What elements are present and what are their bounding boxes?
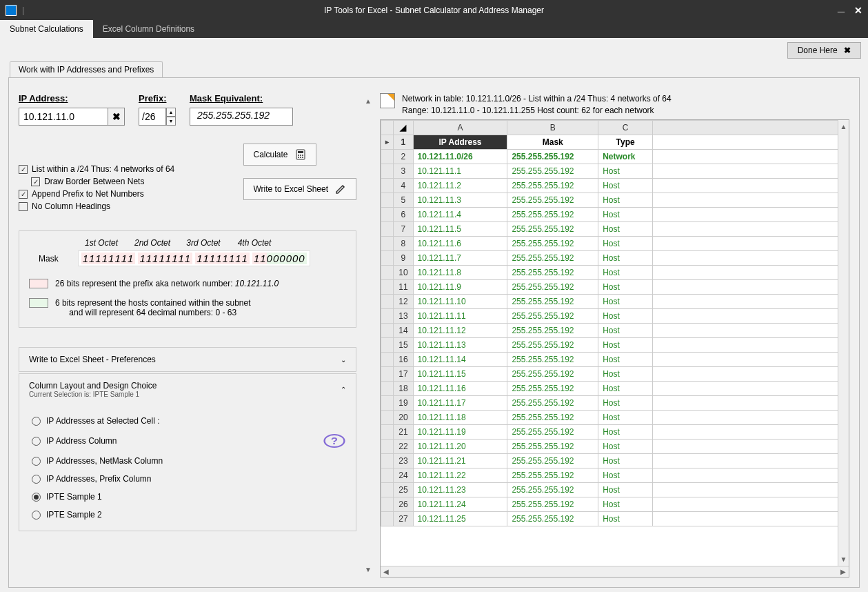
table-row[interactable]: 2410.121.11.22255.255.255.192Host (381, 468, 849, 482)
table-row[interactable]: 2010.121.11.18255.255.255.192Host (381, 410, 849, 424)
grid-cell-mask[interactable]: 255.255.255.192 (507, 453, 598, 468)
grid-cell-ip[interactable]: 10.121.11.21 (413, 453, 507, 468)
grid-row-number[interactable]: 13 (394, 308, 413, 323)
grid-row-selector[interactable] (381, 323, 394, 337)
grid-cell-type[interactable]: Host (598, 424, 653, 439)
grid-cell-type[interactable]: Host (598, 236, 653, 250)
grid-row-number[interactable]: 10 (394, 265, 413, 279)
grid-row-selector[interactable] (381, 308, 394, 323)
grid-cell-ip[interactable]: 10.121.11.10 (413, 294, 507, 308)
grid-scroll-down-icon[interactable]: ▼ (840, 555, 847, 563)
prefix-input[interactable] (139, 108, 166, 126)
minimize-icon[interactable]: _ (838, 0, 845, 14)
grid-cell-empty[interactable] (653, 424, 849, 439)
grid-cell-ip[interactable]: 10.121.11.13 (413, 337, 507, 352)
grid-cell-empty[interactable] (653, 381, 849, 395)
grid-select-all-corner[interactable] (381, 120, 394, 135)
grid-cell-mask[interactable]: 255.255.255.192 (507, 294, 598, 308)
grid-cell-type[interactable]: Host (598, 221, 653, 236)
grid-row-number[interactable]: 16 (394, 352, 413, 366)
grid-row-number[interactable]: 5 (394, 193, 413, 207)
grid-cell-mask[interactable]: 255.255.255.192 (507, 381, 598, 395)
grid-cell-mask[interactable]: 255.255.255.192 (507, 323, 598, 337)
grid-cell-mask[interactable]: 255.255.255.192 (507, 511, 598, 526)
grid-cell-mask[interactable]: 255.255.255.192 (507, 149, 598, 164)
grid-cell-empty[interactable] (653, 323, 849, 337)
grid-cell-ip[interactable]: 10.121.11.25 (413, 511, 507, 526)
radio-layout-option-4[interactable]: IPTE Sample 1 (32, 488, 343, 506)
grid-cell-type[interactable]: Host (598, 337, 653, 352)
grid-cell-mask[interactable]: 255.255.255.192 (507, 193, 598, 207)
grid-cell-ip[interactable]: 10.121.11.22 (413, 468, 507, 482)
grid-cell-empty[interactable] (653, 178, 849, 193)
radio-layout-option-0[interactable]: IP Addresses at Selected Cell : (32, 412, 343, 430)
grid-row-selector[interactable] (381, 366, 394, 381)
grid-row-selector[interactable] (381, 439, 394, 453)
tab-subnet-calculations[interactable]: Subnet Calculations (0, 20, 93, 38)
grid-cell-type[interactable]: Host (598, 164, 653, 178)
grid-cell-type[interactable]: Host (598, 395, 653, 410)
grid-cell-empty[interactable] (653, 250, 849, 265)
panel-vscroll[interactable]: ▲ ▼ (362, 93, 374, 578)
table-row[interactable]: 1610.121.11.14255.255.255.192Host (381, 352, 849, 366)
grid-row-selector[interactable] (381, 149, 394, 164)
grid-row-number[interactable]: 7 (394, 221, 413, 236)
grid-row-number[interactable]: 25 (394, 482, 413, 497)
grid-row-selector[interactable] (381, 250, 394, 265)
grid-cell-empty[interactable] (653, 279, 849, 294)
grid-cell-mask[interactable]: 255.255.255.192 (507, 207, 598, 221)
grid-cell-empty[interactable] (653, 337, 849, 352)
grid-row-number[interactable]: 26 (394, 497, 413, 511)
grid-row-number[interactable]: 18 (394, 381, 413, 395)
grid-cell-ip[interactable]: 10.121.11.15 (413, 366, 507, 381)
grid-row-selector[interactable] (381, 178, 394, 193)
grid-row-selector[interactable] (381, 164, 394, 178)
grid-row-1-num[interactable]: 1 (394, 135, 413, 149)
checkbox-list-within-24[interactable]: ✓ (19, 165, 28, 174)
grid-cell-mask[interactable]: 255.255.255.192 (507, 366, 598, 381)
panel-scroll-down-icon[interactable]: ▼ (365, 566, 372, 573)
grid-cell-mask[interactable]: 255.255.255.192 (507, 308, 598, 323)
prefix-up-button[interactable]: ▲ (166, 108, 176, 117)
grid-cell-type[interactable]: Network (598, 149, 653, 164)
grid-cell-mask[interactable]: 255.255.255.192 (507, 236, 598, 250)
grid-scroll-left-icon[interactable]: ◀ (383, 568, 389, 575)
grid-row-number[interactable]: 23 (394, 453, 413, 468)
grid-row-number[interactable]: 27 (394, 511, 413, 526)
grid-row-selector[interactable] (381, 381, 394, 395)
grid-row-number[interactable]: 8 (394, 236, 413, 250)
table-row[interactable]: 410.121.11.2255.255.255.192Host (381, 178, 849, 193)
grid-cell-empty[interactable] (653, 395, 849, 410)
grid-cell-type[interactable]: Host (598, 497, 653, 511)
grid-cell-ip[interactable]: 10.121.11.11 (413, 308, 507, 323)
table-row[interactable]: 2510.121.11.23255.255.255.192Host (381, 482, 849, 497)
grid-cell-type[interactable]: Host (598, 323, 653, 337)
done-here-button[interactable]: Done Here ✖ (787, 42, 861, 59)
grid-cell-mask[interactable]: 255.255.255.192 (507, 468, 598, 482)
grid-row-number[interactable]: 6 (394, 207, 413, 221)
grid-cell-type[interactable]: Host (598, 439, 653, 453)
grid-row-number[interactable]: 4 (394, 178, 413, 193)
grid-row-selector[interactable] (381, 236, 394, 250)
checkbox-draw-border[interactable]: ✓ (31, 177, 40, 186)
grid-col-b[interactable]: B (507, 120, 598, 135)
grid-cell-ip[interactable]: 10.121.11.7 (413, 250, 507, 265)
grid-scroll-right-icon[interactable]: ▶ (840, 568, 846, 575)
grid-cell-ip[interactable]: 10.121.11.0/26 (413, 149, 507, 164)
grid-row-number[interactable]: 3 (394, 164, 413, 178)
table-row[interactable]: 2610.121.11.24255.255.255.192Host (381, 497, 849, 511)
grid-cell-mask[interactable]: 255.255.255.192 (507, 164, 598, 178)
grid-corner[interactable]: ◢ (394, 120, 413, 135)
grid-cell-empty[interactable] (653, 308, 849, 323)
grid-cell-ip[interactable]: 10.121.11.19 (413, 424, 507, 439)
grid-cell-type[interactable]: Host (598, 366, 653, 381)
grid-cell-empty[interactable] (653, 164, 849, 178)
grid-row-selector[interactable] (381, 279, 394, 294)
grid-cell-type[interactable]: Host (598, 482, 653, 497)
grid-cell-empty[interactable] (653, 482, 849, 497)
grid-cell-mask[interactable]: 255.255.255.192 (507, 424, 598, 439)
grid-cell-ip[interactable]: 10.121.11.14 (413, 352, 507, 366)
tab-excel-column-definitions[interactable]: Excel Column Definitions (93, 20, 204, 38)
grid-cell-mask[interactable]: 255.255.255.192 (507, 410, 598, 424)
table-row[interactable]: 210.121.11.0/26255.255.255.192Network (381, 149, 849, 164)
